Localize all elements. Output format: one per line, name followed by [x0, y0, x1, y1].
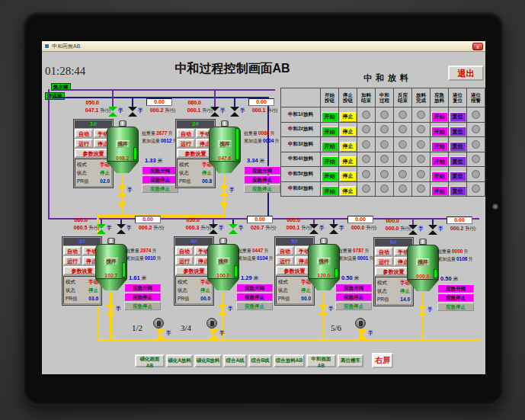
tank-body: 搅拌 100.0	[207, 244, 239, 279]
nav-button-3[interactable]: 磺化B放料	[194, 354, 222, 367]
window-close-icon[interactable]: x	[472, 43, 483, 50]
stir-button[interactable]: 搅拌	[417, 258, 430, 266]
start-discharge-button-6[interactable]: 开始	[322, 186, 338, 196]
level-reset-button-6[interactable]: 复位	[450, 186, 466, 196]
auto-button[interactable]: 自动	[75, 129, 93, 138]
valve-icon[interactable]	[358, 329, 367, 339]
valve-icon[interactable]	[209, 224, 218, 234]
level-reset-button-3[interactable]: 复位	[450, 142, 466, 152]
stop-discharge-button-2[interactable]: 停止	[340, 127, 357, 136]
valve-icon[interactable]	[408, 225, 418, 235]
flow-unit: 升/分	[465, 226, 476, 231]
run-button[interactable]: 运行	[63, 256, 82, 265]
batch-label: 批重量	[338, 248, 352, 253]
pump-icon[interactable]	[153, 318, 164, 329]
pump-icon[interactable]	[206, 318, 217, 329]
level-reset-button-5[interactable]: 复位	[450, 172, 466, 181]
run-button[interactable]: 运行	[375, 257, 393, 266]
valve-icon[interactable]	[210, 329, 219, 339]
nav-button-5[interactable]: 综合B线	[248, 354, 272, 367]
stir-button[interactable]: 搅拌	[117, 140, 130, 148]
nav-button-4[interactable]: 综合A线	[223, 354, 247, 367]
flow-setpoint: 060.0	[54, 217, 88, 223]
valve-icon[interactable]	[156, 329, 165, 339]
auto-button[interactable]: 自动	[177, 129, 195, 138]
stir-button[interactable]: 搅拌	[217, 258, 230, 265]
flow-actual: 000.1 升/分	[262, 225, 312, 232]
auto-button[interactable]: 自动	[63, 246, 82, 255]
right-screen-button[interactable]: 右屏	[372, 353, 393, 368]
run-button[interactable]: 运行	[175, 256, 194, 265]
level-reset-button-4[interactable]: 复位	[450, 156, 466, 166]
emergency-discharge-button-4[interactable]: 开始	[431, 156, 448, 166]
emergency-stop-button[interactable]: 应急停止	[244, 175, 280, 184]
indicator-circle	[472, 170, 480, 178]
table-cell	[357, 152, 376, 167]
table-row-tank-4: 中和4#放料开始停止开始复位	[281, 152, 485, 167]
stir-button[interactable]: 搅拌	[105, 258, 118, 265]
pipe-segment	[97, 339, 482, 341]
start-discharge-button-5[interactable]: 开始	[322, 172, 338, 181]
run-button[interactable]: 运行	[276, 256, 294, 265]
emergency-discharge-button-2[interactable]: 开始	[431, 127, 448, 136]
valve-icon[interactable]	[428, 225, 437, 235]
table-cell: 复位	[449, 167, 467, 182]
table-cell	[412, 181, 431, 197]
auto-button[interactable]: 自动	[276, 246, 294, 255]
run-button[interactable]: 运行	[177, 139, 195, 148]
stop-discharge-button-3[interactable]: 停止	[340, 142, 357, 152]
stir-button[interactable]: 搅拌	[318, 258, 331, 265]
nav-button-2[interactable]: 磺化A放料	[166, 354, 193, 367]
table-cell	[412, 167, 431, 182]
emergency-open-button[interactable]: 应急开阀	[124, 284, 161, 292]
exit-button[interactable]: 退出	[448, 66, 484, 81]
valve-icon[interactable]	[418, 306, 427, 316]
start-discharge-button-3[interactable]: 开始	[322, 142, 338, 152]
window-icon	[44, 43, 50, 49]
level-reset-button-2[interactable]: 复位	[450, 127, 466, 136]
nav-button-6[interactable]: 综合放料AB	[274, 354, 305, 367]
valve-icon[interactable]	[117, 224, 126, 234]
emergency-discharge-button-6[interactable]: 开始	[431, 186, 448, 196]
start-discharge-button-1[interactable]: 开始	[322, 112, 338, 122]
valve-icon[interactable]	[309, 224, 319, 234]
valve-icon[interactable]	[329, 224, 338, 234]
emergency-open-button[interactable]: 应急开阀	[437, 284, 474, 293]
nav-button-1[interactable]: 磺化画面AB	[135, 354, 165, 367]
valve-icon[interactable]	[230, 107, 239, 117]
emergency-discharge-button-3[interactable]: 开始	[431, 142, 448, 152]
run-button[interactable]: 运行	[75, 139, 93, 148]
emergency-stop-button[interactable]: 应急停止	[124, 293, 161, 301]
flow-secondary-value: 000.2	[450, 226, 464, 231]
emergency-discharge-button-5[interactable]: 开始	[431, 172, 448, 181]
stop-discharge-button-1[interactable]: 停止	[340, 112, 357, 122]
auto-button[interactable]: 自动	[175, 246, 194, 255]
valve-icon[interactable]	[319, 305, 328, 315]
stop-discharge-button-5[interactable]: 停止	[340, 172, 357, 181]
indicator-circle	[380, 155, 389, 163]
level-reset-button-1[interactable]: 复位	[450, 112, 466, 122]
valve-icon[interactable]	[229, 224, 238, 234]
nav-button-7[interactable]: 中和画面AB	[306, 354, 336, 367]
stir-button[interactable]: 搅拌	[219, 140, 232, 148]
nav-button-8[interactable]: 高位槽车	[338, 354, 363, 367]
emergency-discharge-button-1[interactable]: 开始	[431, 112, 448, 122]
manual-flag: 手	[427, 306, 433, 313]
valve-icon[interactable]	[219, 186, 229, 196]
emergency-open-button[interactable]: 应急开阀	[244, 166, 280, 175]
stop-discharge-button-4[interactable]: 停止	[340, 156, 357, 166]
valve-icon[interactable]	[128, 107, 137, 117]
valve-icon[interactable]	[97, 224, 106, 234]
table-cell: 开始	[431, 122, 449, 137]
valve-icon[interactable]	[210, 107, 219, 117]
valve-icon[interactable]	[117, 186, 126, 196]
start-discharge-button-2[interactable]: 开始	[322, 127, 338, 136]
valve-icon[interactable]	[218, 305, 227, 315]
auto-button[interactable]: 自动	[375, 247, 393, 256]
stop-discharge-button-6[interactable]: 停止	[340, 186, 357, 196]
valve-icon[interactable]	[106, 305, 115, 315]
pump-icon[interactable]	[355, 318, 366, 329]
emergency-stop-button[interactable]: 应急停止	[437, 293, 474, 302]
valve-icon[interactable]	[108, 107, 117, 117]
start-discharge-button-4[interactable]: 开始	[322, 156, 338, 166]
